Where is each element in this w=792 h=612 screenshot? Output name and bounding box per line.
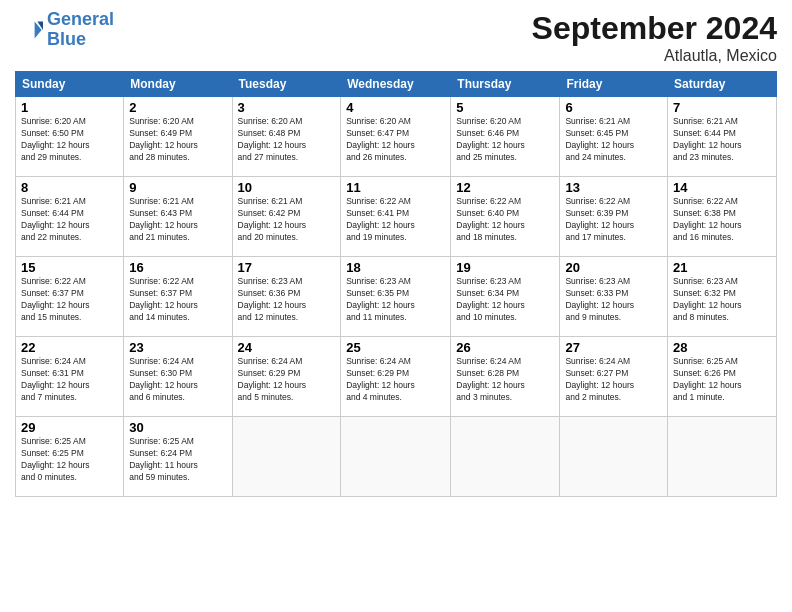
calendar-cell: 19Sunrise: 6:23 AM Sunset: 6:34 PM Dayli… — [451, 257, 560, 337]
calendar-cell: 14Sunrise: 6:22 AM Sunset: 6:38 PM Dayli… — [668, 177, 777, 257]
calendar-cell: 1Sunrise: 6:20 AM Sunset: 6:50 PM Daylig… — [16, 97, 124, 177]
day-info: Sunrise: 6:20 AM Sunset: 6:46 PM Dayligh… — [456, 116, 554, 164]
calendar-cell: 8Sunrise: 6:21 AM Sunset: 6:44 PM Daylig… — [16, 177, 124, 257]
day-info: Sunrise: 6:20 AM Sunset: 6:48 PM Dayligh… — [238, 116, 336, 164]
calendar-table: SundayMondayTuesdayWednesdayThursdayFrid… — [15, 71, 777, 497]
day-number: 26 — [456, 340, 554, 355]
calendar-cell — [668, 417, 777, 497]
calendar-cell: 6Sunrise: 6:21 AM Sunset: 6:45 PM Daylig… — [560, 97, 668, 177]
day-number: 27 — [565, 340, 662, 355]
day-info: Sunrise: 6:22 AM Sunset: 6:39 PM Dayligh… — [565, 196, 662, 244]
day-info: Sunrise: 6:25 AM Sunset: 6:26 PM Dayligh… — [673, 356, 771, 404]
page: General Blue September 2024 Atlautla, Me… — [0, 0, 792, 612]
day-info: Sunrise: 6:20 AM Sunset: 6:50 PM Dayligh… — [21, 116, 118, 164]
logo-line1: General — [47, 9, 114, 29]
day-number: 30 — [129, 420, 226, 435]
day-number: 20 — [565, 260, 662, 275]
day-number: 22 — [21, 340, 118, 355]
calendar-cell: 21Sunrise: 6:23 AM Sunset: 6:32 PM Dayli… — [668, 257, 777, 337]
day-number: 15 — [21, 260, 118, 275]
logo-line2: Blue — [47, 30, 114, 50]
day-info: Sunrise: 6:25 AM Sunset: 6:24 PM Dayligh… — [129, 436, 226, 484]
day-info: Sunrise: 6:21 AM Sunset: 6:43 PM Dayligh… — [129, 196, 226, 244]
calendar-cell: 13Sunrise: 6:22 AM Sunset: 6:39 PM Dayli… — [560, 177, 668, 257]
day-info: Sunrise: 6:22 AM Sunset: 6:37 PM Dayligh… — [21, 276, 118, 324]
logo-text: General Blue — [47, 10, 114, 50]
calendar-cell: 25Sunrise: 6:24 AM Sunset: 6:29 PM Dayli… — [341, 337, 451, 417]
calendar-cell: 29Sunrise: 6:25 AM Sunset: 6:25 PM Dayli… — [16, 417, 124, 497]
calendar-cell: 18Sunrise: 6:23 AM Sunset: 6:35 PM Dayli… — [341, 257, 451, 337]
header-sunday: Sunday — [16, 72, 124, 97]
day-info: Sunrise: 6:22 AM Sunset: 6:41 PM Dayligh… — [346, 196, 445, 244]
calendar-cell: 30Sunrise: 6:25 AM Sunset: 6:24 PM Dayli… — [124, 417, 232, 497]
calendar-cell: 3Sunrise: 6:20 AM Sunset: 6:48 PM Daylig… — [232, 97, 341, 177]
calendar-cell: 22Sunrise: 6:24 AM Sunset: 6:31 PM Dayli… — [16, 337, 124, 417]
calendar-cell: 10Sunrise: 6:21 AM Sunset: 6:42 PM Dayli… — [232, 177, 341, 257]
day-info: Sunrise: 6:22 AM Sunset: 6:37 PM Dayligh… — [129, 276, 226, 324]
day-number: 21 — [673, 260, 771, 275]
calendar-cell: 9Sunrise: 6:21 AM Sunset: 6:43 PM Daylig… — [124, 177, 232, 257]
header-tuesday: Tuesday — [232, 72, 341, 97]
day-info: Sunrise: 6:20 AM Sunset: 6:49 PM Dayligh… — [129, 116, 226, 164]
calendar-cell: 16Sunrise: 6:22 AM Sunset: 6:37 PM Dayli… — [124, 257, 232, 337]
logo-icon — [15, 16, 43, 44]
calendar-week-3: 15Sunrise: 6:22 AM Sunset: 6:37 PM Dayli… — [16, 257, 777, 337]
calendar-header-row: SundayMondayTuesdayWednesdayThursdayFrid… — [16, 72, 777, 97]
calendar-cell: 11Sunrise: 6:22 AM Sunset: 6:41 PM Dayli… — [341, 177, 451, 257]
calendar-cell: 20Sunrise: 6:23 AM Sunset: 6:33 PM Dayli… — [560, 257, 668, 337]
day-number: 17 — [238, 260, 336, 275]
calendar-cell: 5Sunrise: 6:20 AM Sunset: 6:46 PM Daylig… — [451, 97, 560, 177]
calendar-week-5: 29Sunrise: 6:25 AM Sunset: 6:25 PM Dayli… — [16, 417, 777, 497]
day-number: 9 — [129, 180, 226, 195]
day-info: Sunrise: 6:21 AM Sunset: 6:44 PM Dayligh… — [673, 116, 771, 164]
header-friday: Friday — [560, 72, 668, 97]
calendar-cell — [341, 417, 451, 497]
day-number: 5 — [456, 100, 554, 115]
day-number: 2 — [129, 100, 226, 115]
header-saturday: Saturday — [668, 72, 777, 97]
calendar-week-2: 8Sunrise: 6:21 AM Sunset: 6:44 PM Daylig… — [16, 177, 777, 257]
day-number: 7 — [673, 100, 771, 115]
day-info: Sunrise: 6:21 AM Sunset: 6:44 PM Dayligh… — [21, 196, 118, 244]
calendar-cell: 27Sunrise: 6:24 AM Sunset: 6:27 PM Dayli… — [560, 337, 668, 417]
day-info: Sunrise: 6:24 AM Sunset: 6:28 PM Dayligh… — [456, 356, 554, 404]
day-info: Sunrise: 6:24 AM Sunset: 6:30 PM Dayligh… — [129, 356, 226, 404]
day-info: Sunrise: 6:22 AM Sunset: 6:40 PM Dayligh… — [456, 196, 554, 244]
day-number: 29 — [21, 420, 118, 435]
day-number: 3 — [238, 100, 336, 115]
calendar-cell: 2Sunrise: 6:20 AM Sunset: 6:49 PM Daylig… — [124, 97, 232, 177]
calendar-cell — [232, 417, 341, 497]
header-monday: Monday — [124, 72, 232, 97]
header-wednesday: Wednesday — [341, 72, 451, 97]
day-number: 11 — [346, 180, 445, 195]
month-title: September 2024 — [532, 10, 777, 47]
header: General Blue September 2024 Atlautla, Me… — [15, 10, 777, 65]
day-number: 24 — [238, 340, 336, 355]
title-block: September 2024 Atlautla, Mexico — [532, 10, 777, 65]
calendar-cell: 12Sunrise: 6:22 AM Sunset: 6:40 PM Dayli… — [451, 177, 560, 257]
day-info: Sunrise: 6:20 AM Sunset: 6:47 PM Dayligh… — [346, 116, 445, 164]
day-number: 16 — [129, 260, 226, 275]
day-info: Sunrise: 6:21 AM Sunset: 6:42 PM Dayligh… — [238, 196, 336, 244]
day-number: 18 — [346, 260, 445, 275]
day-info: Sunrise: 6:24 AM Sunset: 6:29 PM Dayligh… — [238, 356, 336, 404]
day-number: 23 — [129, 340, 226, 355]
location-subtitle: Atlautla, Mexico — [532, 47, 777, 65]
day-info: Sunrise: 6:24 AM Sunset: 6:29 PM Dayligh… — [346, 356, 445, 404]
day-info: Sunrise: 6:24 AM Sunset: 6:31 PM Dayligh… — [21, 356, 118, 404]
day-number: 6 — [565, 100, 662, 115]
calendar-cell: 15Sunrise: 6:22 AM Sunset: 6:37 PM Dayli… — [16, 257, 124, 337]
calendar-cell: 26Sunrise: 6:24 AM Sunset: 6:28 PM Dayli… — [451, 337, 560, 417]
day-number: 1 — [21, 100, 118, 115]
calendar-cell — [560, 417, 668, 497]
calendar-cell: 4Sunrise: 6:20 AM Sunset: 6:47 PM Daylig… — [341, 97, 451, 177]
day-info: Sunrise: 6:23 AM Sunset: 6:36 PM Dayligh… — [238, 276, 336, 324]
calendar-week-4: 22Sunrise: 6:24 AM Sunset: 6:31 PM Dayli… — [16, 337, 777, 417]
day-info: Sunrise: 6:21 AM Sunset: 6:45 PM Dayligh… — [565, 116, 662, 164]
day-info: Sunrise: 6:23 AM Sunset: 6:33 PM Dayligh… — [565, 276, 662, 324]
day-info: Sunrise: 6:23 AM Sunset: 6:32 PM Dayligh… — [673, 276, 771, 324]
logo: General Blue — [15, 10, 114, 50]
day-number: 13 — [565, 180, 662, 195]
day-info: Sunrise: 6:24 AM Sunset: 6:27 PM Dayligh… — [565, 356, 662, 404]
day-info: Sunrise: 6:23 AM Sunset: 6:35 PM Dayligh… — [346, 276, 445, 324]
